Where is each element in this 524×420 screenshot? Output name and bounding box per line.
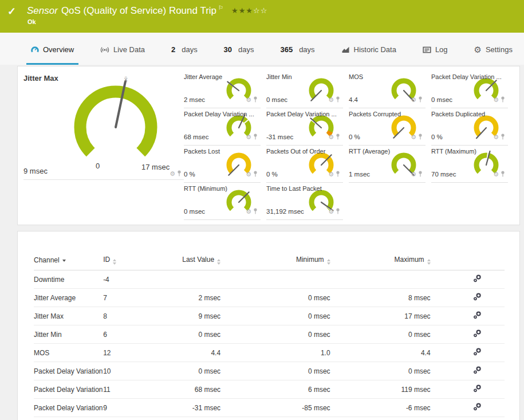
cell-channel: Packet Delay Variation Min: [34, 399, 103, 417]
cell-channel: Packet Delay Variation M...: [34, 380, 103, 399]
gauge-tile[interactable]: Packets Lost 0 % ⚙: [184, 146, 261, 183]
tab-log[interactable]: Log: [418, 33, 452, 65]
gauge-tile-title: Packets Duplicated: [431, 111, 485, 117]
tab-30-days[interactable]: 30 days: [219, 33, 259, 65]
table-row[interactable]: Jitter Average 7 2 msec 0 msec 8 msec: [34, 289, 505, 307]
gauge-tile-title: Packet Delay Variation ...: [431, 73, 502, 80]
flag-icon[interactable]: ⚐: [218, 5, 223, 11]
pin-icon[interactable]: [336, 95, 340, 105]
cell-minimum: 0 %: [220, 417, 330, 420]
pin-icon[interactable]: [336, 132, 340, 142]
gear-icon[interactable]: ⚙: [493, 134, 499, 140]
gauge-tile-value: 70 msec: [431, 171, 456, 178]
pin-icon[interactable]: [336, 206, 340, 217]
star-filled-icon[interactable]: ★: [239, 6, 246, 15]
gear-icon[interactable]: ⚙: [411, 134, 416, 140]
gauge-tile[interactable]: Packet Delay Variation ... 0 msec ⚙: [431, 71, 508, 108]
table-row[interactable]: Packets Corrupted 5 0 % 0 % 0 %: [34, 417, 505, 420]
pin-icon[interactable]: [253, 95, 258, 105]
gear-icon[interactable]: ⚙: [246, 209, 251, 214]
gauge-tile[interactable]: Packets Duplicated 0 % ⚙: [431, 108, 508, 146]
sort-icon: [427, 259, 431, 265]
table-row[interactable]: Packet Delay Variation M... 11 68 msec 6…: [34, 380, 505, 399]
gear-icon[interactable]: ⚙: [170, 171, 175, 176]
star-filled-icon[interactable]: ★: [246, 6, 253, 15]
gear-icon[interactable]: ⚙: [328, 209, 334, 214]
table-row[interactable]: MOS 12 4.4 1.0 4.4: [34, 344, 505, 362]
gear-icon[interactable]: ⚙: [328, 171, 334, 177]
gear-icon[interactable]: ⚙: [328, 97, 334, 103]
gauge-tile[interactable]: RTT (Maximum) 70 msec ⚙: [431, 146, 508, 183]
tab-overview[interactable]: Overview: [26, 33, 78, 65]
gear-icon[interactable]: ⚙: [411, 97, 416, 103]
pin-icon[interactable]: [501, 95, 505, 105]
gear-icon[interactable]: ⚙: [246, 134, 251, 140]
channel-settings-icon[interactable]: [473, 329, 482, 339]
gauge-tile[interactable]: MOS 4.4 ⚙: [349, 71, 425, 108]
channel-settings-icon[interactable]: [473, 366, 482, 376]
table-row[interactable]: Jitter Min 6 0 msec 0 msec 0 msec: [34, 325, 505, 344]
pin-icon[interactable]: [177, 168, 182, 179]
table-row[interactable]: Packet Delay Variation Min 9 -31 msec -8…: [34, 399, 505, 417]
pin-icon[interactable]: [253, 206, 258, 217]
gauge-tile[interactable]: Packets Out of Order 0 % ⚙: [266, 146, 343, 183]
col-header-id[interactable]: ID: [103, 252, 136, 270]
sensor-name: QoS (Quality of Service) Round Trip: [61, 5, 216, 16]
gauge-tile[interactable]: RTT (Average) 1 msec ⚙: [349, 146, 425, 183]
tab-label: days: [299, 45, 314, 54]
gauge-tile-tools: ⚙: [411, 95, 423, 105]
tab-historic-data[interactable]: Historic Data: [337, 33, 401, 65]
pin-icon[interactable]: [418, 95, 423, 105]
gauge-tile[interactable]: Jitter Min 0 msec ⚙: [266, 71, 343, 108]
gauge-tile[interactable]: Packet Delay Variation ... -31 msec ⚙: [266, 108, 343, 146]
table-row[interactable]: Packet Delay Variation A... 10 0 msec 0 …: [34, 362, 505, 380]
col-header-minimum[interactable]: Minimum: [220, 252, 330, 270]
gear-icon[interactable]: ⚙: [246, 97, 251, 103]
pin-icon[interactable]: [253, 132, 258, 142]
pin-icon[interactable]: [418, 169, 423, 179]
priority-stars[interactable]: ★★★☆☆: [231, 6, 267, 15]
cell-id: 6: [103, 325, 136, 344]
channel-settings-icon[interactable]: [473, 274, 482, 284]
gauge-tile[interactable]: RTT (Minimum) 0 msec ⚙: [184, 183, 261, 220]
tab-label: days: [238, 45, 254, 54]
gauge-tile[interactable]: Jitter Average 2 msec ⚙: [184, 71, 261, 108]
pin-icon[interactable]: [501, 132, 505, 142]
col-header-maximum[interactable]: Maximum: [330, 252, 431, 270]
gear-icon[interactable]: ⚙: [328, 134, 334, 140]
overview-icon: [31, 46, 39, 54]
table-row[interactable]: Downtime -4: [34, 270, 505, 289]
star-empty-icon[interactable]: ☆: [261, 6, 268, 15]
gear-icon[interactable]: ⚙: [246, 171, 251, 177]
pin-icon[interactable]: [418, 132, 423, 142]
cell-last-value: 68 msec: [136, 380, 220, 399]
star-filled-icon[interactable]: ★: [231, 6, 239, 15]
cell-id: 5: [103, 417, 136, 420]
channel-settings-icon[interactable]: [473, 293, 482, 303]
channel-settings-icon[interactable]: [473, 311, 482, 321]
col-header-channel[interactable]: Channel: [34, 252, 103, 270]
channel-settings-icon[interactable]: [473, 403, 482, 413]
gauge-tile-tools: ⚙: [328, 132, 340, 142]
pin-icon[interactable]: [253, 169, 258, 179]
tab-live-data[interactable]: Live Data: [96, 33, 149, 65]
gear-icon[interactable]: ⚙: [493, 97, 499, 103]
table-row[interactable]: Jitter Max 8 9 msec 0 msec 17 msec: [34, 307, 505, 325]
tab-365-days[interactable]: 365 days: [275, 33, 319, 65]
pin-icon[interactable]: [501, 169, 505, 179]
gauge-tile[interactable]: Time to Last Packet 31,192 msec ⚙: [266, 183, 343, 220]
gear-icon[interactable]: ⚙: [493, 171, 499, 177]
tab-2-days[interactable]: 2 days: [167, 33, 202, 65]
gear-icon[interactable]: ⚙: [411, 171, 416, 177]
gauge-tile[interactable]: Packets Corrupted 0 % ⚙: [349, 108, 425, 146]
star-empty-icon[interactable]: ☆: [253, 6, 261, 15]
gauge-tile[interactable]: Packet Delay Variation ... 68 msec ⚙: [184, 108, 261, 146]
pin-icon[interactable]: [336, 169, 340, 179]
gauge-tile-title: Packets Corrupted: [349, 111, 401, 117]
channel-settings-icon[interactable]: [473, 384, 482, 394]
main-gauge-tile[interactable]: Jitter Max x̄ 0 17 msec 9 msec ⚙: [23, 71, 184, 180]
col-header-last-value[interactable]: Last Value: [136, 252, 220, 270]
tab-settings[interactable]: ⚙ Settings: [470, 33, 517, 65]
channel-settings-icon[interactable]: [473, 348, 482, 358]
tab-label: Historic Data: [354, 45, 396, 54]
